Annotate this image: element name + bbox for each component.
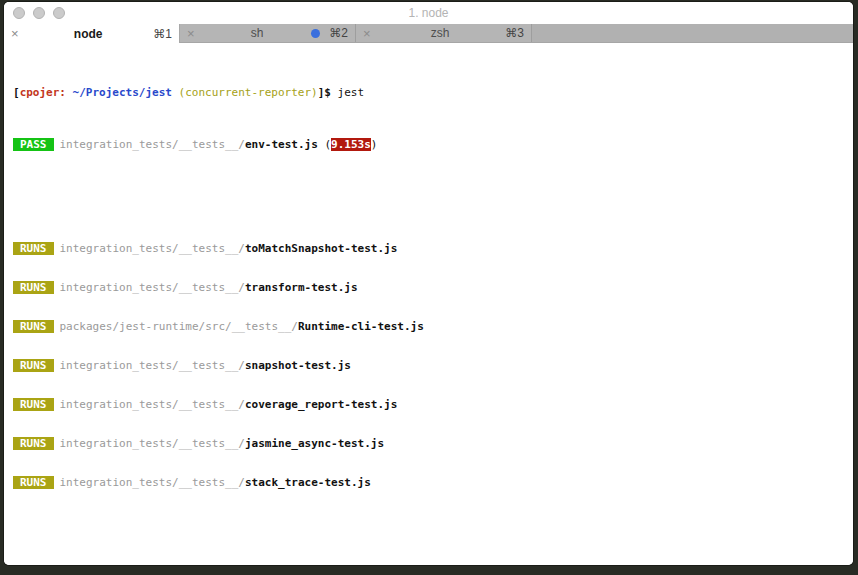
test-file: transform-test.js [245, 281, 358, 294]
test-file: coverage_report-test.js [245, 398, 397, 411]
runs-badge: RUNS [13, 359, 54, 372]
pass-badge: PASS [13, 138, 54, 151]
test-dir: integration_tests/__tests__/ [60, 242, 245, 255]
runs-line: RUNSpackages/jest-runtime/src/__tests__/… [13, 320, 853, 333]
tab-label: node [27, 27, 149, 41]
tab-node[interactable]: × node ⌘1 [4, 24, 180, 43]
prompt-user: cpojer: [20, 86, 66, 99]
runs-line: RUNSintegration_tests/__tests__/coverage… [13, 398, 853, 411]
prompt-branch: (concurrent-reporter) [179, 86, 318, 99]
blank-line [13, 190, 853, 203]
test-dir: packages/jest-runtime/src/__tests__/ [60, 320, 298, 333]
test-dir: integration_tests/__tests__/ [60, 476, 245, 489]
close-button[interactable] [13, 7, 25, 19]
terminal-screen[interactable]: [cpojer: ~/Projects/jest (concurrent-rep… [4, 44, 853, 565]
runs-badge: RUNS [13, 281, 54, 294]
runs-line: RUNSintegration_tests/__tests__/toMatchS… [13, 242, 853, 255]
zoom-button[interactable] [53, 7, 65, 19]
runs-line: RUNSintegration_tests/__tests__/stack_tr… [13, 476, 853, 489]
test-file: snapshot-test.js [245, 359, 351, 372]
tab-label: zsh [379, 26, 501, 40]
prompt-command: jest [331, 86, 364, 99]
test-dir: integration_tests/__tests__/ [60, 281, 245, 294]
tab-close-icon[interactable]: × [11, 26, 27, 41]
prompt-bracket: [ [13, 86, 20, 99]
tab-sh[interactable]: × sh ⌘2 [180, 24, 356, 42]
minimize-button[interactable] [33, 7, 45, 19]
runs-badge: RUNS [13, 437, 54, 450]
terminal-window: 1. node × node ⌘1 × sh ⌘2 × zsh ⌘3 [cpoj… [4, 2, 853, 565]
runs-badge: RUNS [13, 398, 54, 411]
runs-line: RUNSintegration_tests/__tests__/transfor… [13, 281, 853, 294]
paren: ( [318, 138, 331, 151]
test-dir: integration_tests/__tests__/ [60, 398, 245, 411]
test-file: jasmine_async-test.js [245, 437, 384, 450]
tab-shortcut: ⌘2 [329, 26, 348, 40]
title-bar: 1. node [4, 2, 853, 24]
test-file: Runtime-cli-test.js [298, 320, 424, 333]
prompt-line: [cpojer: ~/Projects/jest (concurrent-rep… [13, 86, 853, 99]
blank-line [13, 528, 853, 541]
pass-result-line: PASSintegration_tests/__tests__/env-test… [13, 138, 853, 151]
tab-shortcut: ⌘3 [505, 26, 524, 40]
test-file: toMatchSnapshot-test.js [245, 242, 397, 255]
prompt-path: ~/Projects/jest [66, 86, 179, 99]
tab-activity-dot-icon [311, 29, 320, 38]
runs-badge: RUNS [13, 242, 54, 255]
tab-close-icon[interactable]: × [187, 26, 203, 41]
tab-shortcut: ⌘1 [153, 27, 172, 41]
runs-badge: RUNS [13, 320, 54, 333]
tab-zsh[interactable]: × zsh ⌘3 [356, 24, 532, 42]
test-dir: integration_tests/__tests__/ [60, 359, 245, 372]
desktop-background: { "window": { "title": "1. node", "tabs"… [0, 0, 858, 575]
runs-badge: RUNS [13, 476, 54, 489]
tab-bar: × node ⌘1 × sh ⌘2 × zsh ⌘3 [4, 24, 853, 43]
runs-line: RUNSintegration_tests/__tests__/snapshot… [13, 359, 853, 372]
test-file: env-test.js [245, 138, 318, 151]
prompt-bracket-close: ]$ [318, 86, 331, 99]
test-file: stack_trace-test.js [245, 476, 371, 489]
window-title: 1. node [4, 6, 853, 20]
test-dir: integration_tests/__tests__/ [60, 138, 245, 151]
test-dir: integration_tests/__tests__/ [60, 437, 245, 450]
tab-close-icon[interactable]: × [363, 26, 379, 41]
traffic-lights [13, 7, 65, 19]
tab-label: sh [203, 26, 311, 40]
runs-line: RUNSintegration_tests/__tests__/jasmine_… [13, 437, 853, 450]
test-time-highlight: 9.153s [331, 138, 371, 151]
paren: ) [371, 138, 378, 151]
